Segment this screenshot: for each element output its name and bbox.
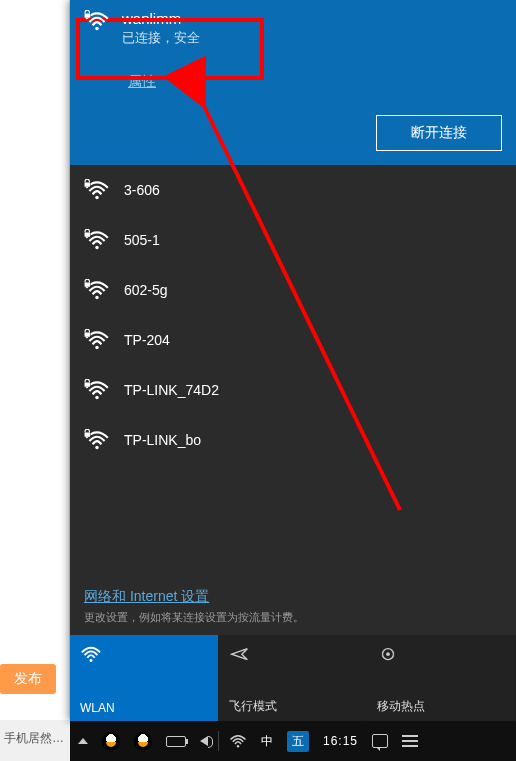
connected-ssid: wanlimm bbox=[122, 10, 200, 27]
tray-action-center[interactable] bbox=[368, 721, 392, 761]
ime-day[interactable]: 五 bbox=[283, 721, 313, 761]
svg-point-22 bbox=[387, 652, 391, 656]
quick-action-tiles: WLAN 飞行模式 移动热点 bbox=[70, 635, 516, 721]
disconnect-button[interactable]: 断开连接 bbox=[376, 115, 502, 151]
wifi-secured-icon bbox=[84, 379, 110, 401]
network-ssid: TP-204 bbox=[124, 332, 170, 348]
svg-point-18 bbox=[95, 446, 98, 449]
page-snippet-text: 手机居然… bbox=[0, 728, 68, 749]
wifi-secured-icon bbox=[84, 229, 110, 251]
tray-volume[interactable] bbox=[196, 721, 212, 761]
svg-rect-14 bbox=[85, 332, 90, 336]
svg-point-3 bbox=[95, 196, 98, 199]
tray-clock[interactable]: 16:15 bbox=[319, 721, 362, 761]
tile-hotspot[interactable]: 移动热点 bbox=[367, 635, 516, 721]
wifi-icon bbox=[229, 733, 247, 749]
ime-language[interactable]: 中 bbox=[257, 721, 277, 761]
speaker-icon bbox=[200, 736, 208, 746]
properties-link[interactable]: 属性 bbox=[128, 73, 502, 91]
svg-rect-17 bbox=[85, 382, 90, 386]
airplane-icon bbox=[229, 645, 251, 665]
svg-point-0 bbox=[95, 27, 98, 30]
network-ssid: TP-LINK_74D2 bbox=[124, 382, 219, 398]
wifi-secured-icon bbox=[84, 10, 110, 32]
svg-point-24 bbox=[237, 745, 239, 747]
network-item[interactable]: TP-LINK_bo bbox=[70, 415, 516, 465]
tray-network[interactable] bbox=[225, 721, 251, 761]
network-ssid: 505-1 bbox=[124, 232, 160, 248]
tile-label: WLAN bbox=[80, 701, 208, 715]
network-ssid: TP-LINK_bo bbox=[124, 432, 201, 448]
svg-point-9 bbox=[95, 296, 98, 299]
network-item[interactable]: TP-LINK_74D2 bbox=[70, 365, 516, 415]
svg-rect-5 bbox=[85, 182, 90, 186]
lines-icon bbox=[402, 735, 418, 747]
tile-wlan[interactable]: WLAN bbox=[70, 635, 219, 721]
wifi-secured-icon bbox=[84, 429, 110, 451]
tray-app-qq[interactable] bbox=[98, 721, 124, 761]
connected-status: 已连接，安全 bbox=[122, 29, 200, 47]
network-flyout: wanlimm 已连接，安全 属性 断开连接 3-606 505-1 602-5… bbox=[70, 0, 516, 721]
network-item[interactable]: 505-1 bbox=[70, 215, 516, 265]
network-item[interactable]: TP-204 bbox=[70, 315, 516, 365]
tray-task-view[interactable] bbox=[398, 721, 422, 761]
available-networks-list: 3-606 505-1 602-5g TP-204 TP-LINK_74D2 bbox=[70, 165, 516, 580]
svg-rect-20 bbox=[85, 432, 90, 436]
wifi-secured-icon bbox=[84, 329, 110, 351]
tile-label: 移动热点 bbox=[377, 698, 505, 715]
taskbar: 中 五 16:15 bbox=[70, 721, 516, 761]
network-ssid: 3-606 bbox=[124, 182, 160, 198]
network-settings-link[interactable]: 网络和 Internet 设置 bbox=[84, 588, 502, 606]
tray-battery[interactable] bbox=[162, 721, 190, 761]
chevron-up-icon bbox=[78, 738, 88, 744]
wifi-icon bbox=[80, 645, 102, 665]
svg-point-15 bbox=[95, 396, 98, 399]
svg-point-6 bbox=[95, 246, 98, 249]
svg-point-12 bbox=[95, 346, 98, 349]
network-item[interactable]: 3-606 bbox=[70, 165, 516, 215]
svg-rect-11 bbox=[85, 282, 90, 286]
network-settings-subtext: 更改设置，例如将某连接设置为按流量计费。 bbox=[84, 610, 502, 625]
tile-airplane[interactable]: 飞行模式 bbox=[219, 635, 368, 721]
wifi-secured-icon bbox=[84, 179, 110, 201]
ime-day-badge: 五 bbox=[287, 731, 309, 752]
penguin-icon bbox=[134, 732, 152, 750]
tray-app-qq[interactable] bbox=[130, 721, 156, 761]
penguin-icon bbox=[102, 732, 120, 750]
svg-rect-8 bbox=[85, 232, 90, 236]
svg-point-21 bbox=[90, 659, 93, 662]
network-item[interactable]: 602-5g bbox=[70, 265, 516, 315]
wifi-secured-icon bbox=[84, 279, 110, 301]
publish-button[interactable]: 发布 bbox=[0, 664, 56, 694]
svg-rect-2 bbox=[85, 13, 90, 17]
divider bbox=[218, 731, 219, 751]
notification-icon bbox=[372, 734, 388, 748]
battery-icon bbox=[166, 736, 186, 747]
network-ssid: 602-5g bbox=[124, 282, 168, 298]
connected-network[interactable]: wanlimm 已连接，安全 属性 断开连接 bbox=[70, 0, 516, 165]
tile-label: 飞行模式 bbox=[229, 698, 357, 715]
hotspot-icon bbox=[377, 645, 399, 665]
tray-expand-button[interactable] bbox=[74, 721, 92, 761]
